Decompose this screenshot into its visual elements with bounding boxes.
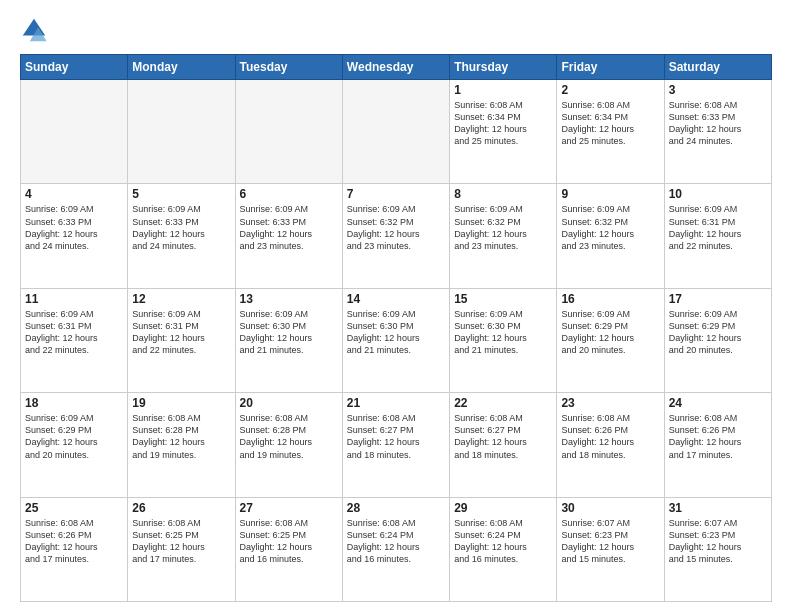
calendar-cell xyxy=(128,80,235,184)
logo-icon xyxy=(20,16,48,44)
day-info: Sunrise: 6:08 AM Sunset: 6:33 PM Dayligh… xyxy=(669,99,767,148)
day-number: 9 xyxy=(561,187,659,201)
day-number: 11 xyxy=(25,292,123,306)
calendar-cell: 9Sunrise: 6:09 AM Sunset: 6:32 PM Daylig… xyxy=(557,184,664,288)
calendar-table: SundayMondayTuesdayWednesdayThursdayFrid… xyxy=(20,54,772,602)
day-info: Sunrise: 6:09 AM Sunset: 6:33 PM Dayligh… xyxy=(240,203,338,252)
day-info: Sunrise: 6:08 AM Sunset: 6:27 PM Dayligh… xyxy=(454,412,552,461)
calendar-cell: 28Sunrise: 6:08 AM Sunset: 6:24 PM Dayli… xyxy=(342,497,449,601)
day-number: 28 xyxy=(347,501,445,515)
calendar-cell: 3Sunrise: 6:08 AM Sunset: 6:33 PM Daylig… xyxy=(664,80,771,184)
calendar-cell: 20Sunrise: 6:08 AM Sunset: 6:28 PM Dayli… xyxy=(235,393,342,497)
day-info: Sunrise: 6:09 AM Sunset: 6:32 PM Dayligh… xyxy=(454,203,552,252)
day-number: 23 xyxy=(561,396,659,410)
day-info: Sunrise: 6:09 AM Sunset: 6:29 PM Dayligh… xyxy=(561,308,659,357)
day-info: Sunrise: 6:08 AM Sunset: 6:27 PM Dayligh… xyxy=(347,412,445,461)
day-info: Sunrise: 6:08 AM Sunset: 6:28 PM Dayligh… xyxy=(240,412,338,461)
day-info: Sunrise: 6:09 AM Sunset: 6:33 PM Dayligh… xyxy=(25,203,123,252)
day-info: Sunrise: 6:07 AM Sunset: 6:23 PM Dayligh… xyxy=(561,517,659,566)
day-number: 7 xyxy=(347,187,445,201)
day-info: Sunrise: 6:08 AM Sunset: 6:26 PM Dayligh… xyxy=(561,412,659,461)
week-row-2: 11Sunrise: 6:09 AM Sunset: 6:31 PM Dayli… xyxy=(21,288,772,392)
day-number: 30 xyxy=(561,501,659,515)
week-row-4: 25Sunrise: 6:08 AM Sunset: 6:26 PM Dayli… xyxy=(21,497,772,601)
day-info: Sunrise: 6:09 AM Sunset: 6:29 PM Dayligh… xyxy=(669,308,767,357)
calendar-header: SundayMondayTuesdayWednesdayThursdayFrid… xyxy=(21,55,772,80)
day-number: 15 xyxy=(454,292,552,306)
calendar-cell: 22Sunrise: 6:08 AM Sunset: 6:27 PM Dayli… xyxy=(450,393,557,497)
day-number: 6 xyxy=(240,187,338,201)
weekday-header-wednesday: Wednesday xyxy=(342,55,449,80)
day-number: 1 xyxy=(454,83,552,97)
day-info: Sunrise: 6:08 AM Sunset: 6:34 PM Dayligh… xyxy=(561,99,659,148)
calendar-cell: 5Sunrise: 6:09 AM Sunset: 6:33 PM Daylig… xyxy=(128,184,235,288)
day-info: Sunrise: 6:08 AM Sunset: 6:26 PM Dayligh… xyxy=(25,517,123,566)
day-number: 29 xyxy=(454,501,552,515)
day-number: 26 xyxy=(132,501,230,515)
day-info: Sunrise: 6:08 AM Sunset: 6:24 PM Dayligh… xyxy=(454,517,552,566)
day-number: 10 xyxy=(669,187,767,201)
calendar-cell: 17Sunrise: 6:09 AM Sunset: 6:29 PM Dayli… xyxy=(664,288,771,392)
day-info: Sunrise: 6:07 AM Sunset: 6:23 PM Dayligh… xyxy=(669,517,767,566)
day-number: 25 xyxy=(25,501,123,515)
day-info: Sunrise: 6:09 AM Sunset: 6:29 PM Dayligh… xyxy=(25,412,123,461)
calendar-cell: 10Sunrise: 6:09 AM Sunset: 6:31 PM Dayli… xyxy=(664,184,771,288)
calendar-cell: 14Sunrise: 6:09 AM Sunset: 6:30 PM Dayli… xyxy=(342,288,449,392)
calendar-cell: 8Sunrise: 6:09 AM Sunset: 6:32 PM Daylig… xyxy=(450,184,557,288)
day-info: Sunrise: 6:09 AM Sunset: 6:31 PM Dayligh… xyxy=(669,203,767,252)
day-number: 19 xyxy=(132,396,230,410)
day-number: 2 xyxy=(561,83,659,97)
calendar-cell: 1Sunrise: 6:08 AM Sunset: 6:34 PM Daylig… xyxy=(450,80,557,184)
calendar-cell: 6Sunrise: 6:09 AM Sunset: 6:33 PM Daylig… xyxy=(235,184,342,288)
calendar-cell: 19Sunrise: 6:08 AM Sunset: 6:28 PM Dayli… xyxy=(128,393,235,497)
day-info: Sunrise: 6:08 AM Sunset: 6:25 PM Dayligh… xyxy=(132,517,230,566)
day-number: 31 xyxy=(669,501,767,515)
calendar-body: 1Sunrise: 6:08 AM Sunset: 6:34 PM Daylig… xyxy=(21,80,772,602)
day-info: Sunrise: 6:08 AM Sunset: 6:26 PM Dayligh… xyxy=(669,412,767,461)
week-row-0: 1Sunrise: 6:08 AM Sunset: 6:34 PM Daylig… xyxy=(21,80,772,184)
day-number: 21 xyxy=(347,396,445,410)
weekday-header-monday: Monday xyxy=(128,55,235,80)
weekday-header-sunday: Sunday xyxy=(21,55,128,80)
calendar-cell xyxy=(21,80,128,184)
day-info: Sunrise: 6:08 AM Sunset: 6:24 PM Dayligh… xyxy=(347,517,445,566)
svg-marker-0 xyxy=(23,19,45,36)
day-number: 12 xyxy=(132,292,230,306)
week-row-3: 18Sunrise: 6:09 AM Sunset: 6:29 PM Dayli… xyxy=(21,393,772,497)
day-info: Sunrise: 6:09 AM Sunset: 6:32 PM Dayligh… xyxy=(561,203,659,252)
calendar-cell: 2Sunrise: 6:08 AM Sunset: 6:34 PM Daylig… xyxy=(557,80,664,184)
day-number: 27 xyxy=(240,501,338,515)
page: SundayMondayTuesdayWednesdayThursdayFrid… xyxy=(0,0,792,612)
day-info: Sunrise: 6:09 AM Sunset: 6:33 PM Dayligh… xyxy=(132,203,230,252)
calendar-cell: 21Sunrise: 6:08 AM Sunset: 6:27 PM Dayli… xyxy=(342,393,449,497)
day-number: 5 xyxy=(132,187,230,201)
day-number: 14 xyxy=(347,292,445,306)
calendar-cell: 31Sunrise: 6:07 AM Sunset: 6:23 PM Dayli… xyxy=(664,497,771,601)
day-number: 24 xyxy=(669,396,767,410)
calendar-cell: 30Sunrise: 6:07 AM Sunset: 6:23 PM Dayli… xyxy=(557,497,664,601)
day-number: 13 xyxy=(240,292,338,306)
calendar-cell: 24Sunrise: 6:08 AM Sunset: 6:26 PM Dayli… xyxy=(664,393,771,497)
day-number: 8 xyxy=(454,187,552,201)
weekday-header-friday: Friday xyxy=(557,55,664,80)
weekday-header-saturday: Saturday xyxy=(664,55,771,80)
day-info: Sunrise: 6:09 AM Sunset: 6:30 PM Dayligh… xyxy=(347,308,445,357)
day-number: 17 xyxy=(669,292,767,306)
calendar-cell xyxy=(342,80,449,184)
day-info: Sunrise: 6:09 AM Sunset: 6:32 PM Dayligh… xyxy=(347,203,445,252)
day-info: Sunrise: 6:08 AM Sunset: 6:34 PM Dayligh… xyxy=(454,99,552,148)
calendar-cell xyxy=(235,80,342,184)
header xyxy=(20,16,772,44)
calendar-cell: 29Sunrise: 6:08 AM Sunset: 6:24 PM Dayli… xyxy=(450,497,557,601)
day-number: 4 xyxy=(25,187,123,201)
calendar-cell: 11Sunrise: 6:09 AM Sunset: 6:31 PM Dayli… xyxy=(21,288,128,392)
day-number: 18 xyxy=(25,396,123,410)
calendar-cell: 15Sunrise: 6:09 AM Sunset: 6:30 PM Dayli… xyxy=(450,288,557,392)
day-number: 16 xyxy=(561,292,659,306)
weekday-header-row: SundayMondayTuesdayWednesdayThursdayFrid… xyxy=(21,55,772,80)
day-info: Sunrise: 6:08 AM Sunset: 6:28 PM Dayligh… xyxy=(132,412,230,461)
day-info: Sunrise: 6:09 AM Sunset: 6:30 PM Dayligh… xyxy=(454,308,552,357)
calendar-cell: 25Sunrise: 6:08 AM Sunset: 6:26 PM Dayli… xyxy=(21,497,128,601)
calendar-cell: 4Sunrise: 6:09 AM Sunset: 6:33 PM Daylig… xyxy=(21,184,128,288)
calendar-cell: 18Sunrise: 6:09 AM Sunset: 6:29 PM Dayli… xyxy=(21,393,128,497)
